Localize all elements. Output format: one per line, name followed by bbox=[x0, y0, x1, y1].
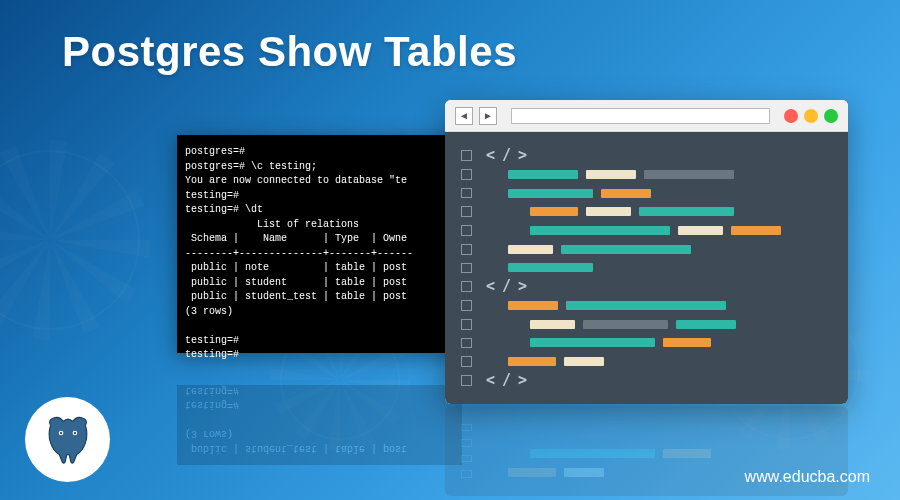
page-title: Postgres Show Tables bbox=[62, 28, 517, 76]
line-marker bbox=[461, 169, 472, 180]
line-marker bbox=[461, 263, 472, 274]
code-bar bbox=[508, 357, 556, 366]
code-bar bbox=[508, 245, 553, 254]
code-bar bbox=[508, 263, 593, 272]
svg-point-2 bbox=[59, 431, 61, 433]
line-marker bbox=[461, 150, 472, 161]
editor-titlebar: ◄ ► bbox=[445, 100, 848, 132]
code-bar bbox=[586, 170, 636, 179]
code-bar bbox=[530, 207, 578, 216]
bg-gear-decoration bbox=[0, 150, 140, 330]
code-bar bbox=[639, 207, 734, 216]
code-bar bbox=[566, 301, 726, 310]
line-marker bbox=[461, 281, 472, 292]
nav-back-button[interactable]: ◄ bbox=[455, 107, 473, 125]
code-bar bbox=[678, 226, 723, 235]
code-content: < / > < / > < / > bbox=[486, 150, 832, 386]
line-marker bbox=[461, 244, 472, 255]
site-url: www.educba.com bbox=[745, 468, 870, 486]
line-marker bbox=[461, 300, 472, 311]
line-marker bbox=[461, 188, 472, 199]
code-tag-icon: < / > bbox=[486, 281, 526, 292]
code-bar bbox=[583, 320, 668, 329]
code-bar bbox=[586, 207, 631, 216]
line-marker bbox=[461, 375, 472, 386]
code-bar bbox=[530, 320, 575, 329]
line-marker bbox=[461, 319, 472, 330]
code-bar bbox=[530, 338, 655, 347]
code-bar bbox=[508, 301, 558, 310]
code-bar bbox=[508, 170, 578, 179]
postgresql-logo bbox=[25, 397, 110, 482]
code-bar bbox=[644, 170, 734, 179]
svg-point-3 bbox=[73, 431, 75, 433]
nav-forward-button[interactable]: ► bbox=[479, 107, 497, 125]
code-bar bbox=[676, 320, 736, 329]
code-bar bbox=[561, 245, 691, 254]
code-tag-icon: < / > bbox=[486, 150, 526, 161]
maximize-icon[interactable] bbox=[824, 109, 838, 123]
code-bar bbox=[508, 189, 593, 198]
line-marker bbox=[461, 225, 472, 236]
terminal-reflection: public | student_test | table | post (3 … bbox=[177, 385, 462, 465]
elephant-icon bbox=[39, 411, 97, 469]
code-editor-window: ◄ ► < / > bbox=[445, 100, 848, 404]
code-bar bbox=[731, 226, 781, 235]
code-bar bbox=[530, 226, 670, 235]
line-marker bbox=[461, 356, 472, 367]
terminal-window: postgres=# postgres=# \c testing; You ar… bbox=[177, 135, 462, 353]
line-marker bbox=[461, 206, 472, 217]
minimize-icon[interactable] bbox=[804, 109, 818, 123]
line-marker bbox=[461, 338, 472, 349]
close-icon[interactable] bbox=[784, 109, 798, 123]
code-tag-icon: < / > bbox=[486, 375, 526, 386]
line-gutter bbox=[461, 150, 472, 386]
code-bar bbox=[601, 189, 651, 198]
url-bar[interactable] bbox=[511, 108, 770, 124]
code-bar bbox=[564, 357, 604, 366]
code-bar bbox=[663, 338, 711, 347]
editor-body: < / > < / > < / > bbox=[445, 132, 848, 404]
